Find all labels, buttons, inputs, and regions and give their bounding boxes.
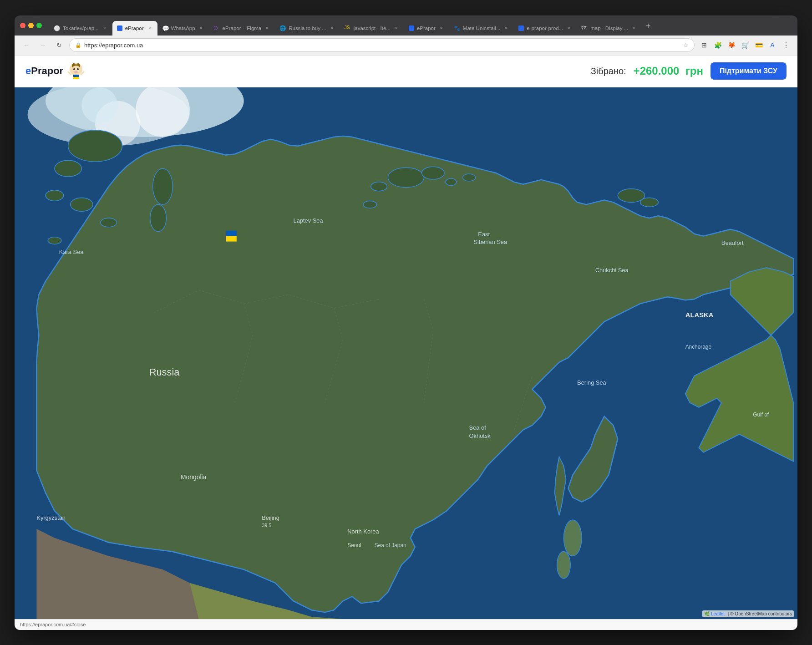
eprapor2-favicon-icon — [409, 25, 414, 31]
js-favicon-icon: JS — [345, 25, 351, 31]
tab-eprapor2[interactable]: ePrapor ✕ — [404, 21, 449, 36]
tab-close-icon[interactable]: ✕ — [264, 25, 270, 31]
tabs-area: ⚪ Tokariev/prap... ✕ ePrapor ✕ 💬 WhatsAp… — [49, 15, 792, 36]
tab-label: Russia to buy ... — [289, 25, 326, 31]
bookmark-icon[interactable]: ☆ — [683, 42, 689, 49]
svg-text:Russia: Russia — [149, 366, 180, 378]
svg-text:Sea of: Sea of — [469, 424, 487, 431]
svg-point-5 — [77, 68, 79, 70]
tab-close-icon[interactable]: ✕ — [631, 25, 637, 31]
tab-close-icon[interactable]: ✕ — [329, 25, 335, 31]
eprapor-prod-favicon-icon — [518, 25, 524, 31]
svg-point-31 — [446, 178, 457, 185]
logo-e: e — [25, 65, 31, 76]
svg-text:Chukchi Sea: Chukchi Sea — [595, 266, 629, 273]
mate-favicon-icon: 🐾 — [454, 25, 460, 31]
svg-point-17 — [563, 520, 582, 556]
svg-point-16 — [81, 87, 117, 123]
svg-rect-8 — [73, 77, 79, 79]
tab-russia-to-buy[interactable]: 🌐 Russia to buy ... ✕ — [275, 21, 340, 36]
map-svg: Kara Sea Laptev Sea East Siberian Sea Ch… — [15, 87, 797, 619]
tab-javascript[interactable]: JS javascript - Ite... ✕ — [340, 21, 404, 36]
map-container[interactable]: Kara Sea Laptev Sea East Siberian Sea Ch… — [15, 87, 797, 619]
tab-figma[interactable]: ⬡ ePrapor – Figma ✕ — [209, 21, 275, 36]
tab-label: Mate Uninstall... — [463, 25, 500, 31]
translate-icon[interactable]: A — [766, 39, 778, 51]
eprapor-favicon-icon — [117, 25, 122, 31]
address-bar[interactable]: 🔒 https://eprapor.com.ua ☆ — [69, 38, 695, 52]
settings-icon[interactable]: ⋮ — [780, 39, 792, 51]
new-tab-button[interactable]: + — [642, 20, 655, 33]
tab-label: javascript - Ite... — [354, 25, 391, 31]
back-button[interactable]: ← — [20, 39, 33, 51]
map-attribution: 🌿 Leaflet | © OpenStreetMap contributors — [702, 610, 794, 617]
collected-label: Зібрано: — [591, 66, 626, 76]
svg-point-30 — [363, 201, 377, 208]
tab-map-display[interactable]: 🗺 map - Display ... ✕ — [577, 21, 642, 36]
figma-icon: ⬡ — [213, 25, 220, 31]
svg-text:Gulf of: Gulf of — [753, 411, 769, 417]
traffic-lights — [20, 23, 42, 28]
svg-point-3 — [71, 66, 81, 75]
tab-close-icon[interactable]: ✕ — [438, 25, 445, 31]
browser-window: ⚪ Tokariev/prap... ✕ ePrapor ✕ 💬 WhatsAp… — [15, 15, 797, 630]
svg-text:Beijing: Beijing — [262, 514, 279, 521]
support-zsu-button[interactable]: Підтримати ЗСУ — [710, 62, 787, 80]
svg-point-24 — [48, 237, 61, 244]
svg-point-19 — [68, 130, 122, 162]
lock-icon: 🔒 — [75, 42, 81, 48]
minimize-button[interactable] — [28, 23, 34, 28]
refresh-button[interactable]: ↻ — [53, 39, 66, 51]
map-favicon-icon: 🗺 — [581, 25, 588, 31]
svg-point-33 — [618, 188, 645, 202]
svg-text:Beaufort: Beaufort — [721, 239, 744, 246]
svg-point-23 — [101, 218, 117, 227]
svg-text:Sea of Japan: Sea of Japan — [375, 542, 406, 548]
tab-close-icon[interactable]: ✕ — [198, 25, 204, 31]
extensions-icon[interactable]: 🧩 — [712, 39, 724, 51]
tab-tokariev[interactable]: ⚪ Tokariev/prap... ✕ — [49, 21, 112, 36]
svg-point-28 — [422, 167, 444, 179]
svg-point-4 — [73, 68, 75, 70]
collected-amount: +260.000 грн — [634, 65, 703, 77]
svg-text:Seoul: Seoul — [347, 542, 361, 548]
svg-text:39.5: 39.5 — [262, 523, 271, 528]
svg-text:Anchorage: Anchorage — [685, 344, 712, 350]
tab-close-icon[interactable]: ✕ — [102, 25, 108, 31]
tab-close-icon[interactable]: ✕ — [147, 25, 153, 31]
svg-text:Bering Sea: Bering Sea — [577, 379, 606, 386]
svg-rect-35 — [226, 230, 237, 236]
shopping-icon[interactable]: 🛒 — [739, 39, 751, 51]
close-button[interactable] — [20, 23, 25, 28]
svg-point-32 — [463, 174, 476, 181]
svg-rect-36 — [226, 236, 237, 241]
tab-mate[interactable]: 🐾 Mate Uninstall... ✕ — [449, 21, 514, 36]
forward-button[interactable]: → — [36, 39, 49, 51]
whatsapp-icon: 💬 — [162, 25, 168, 31]
svg-text:Kara Sea: Kara Sea — [59, 249, 84, 255]
tab-close-icon[interactable]: ✕ — [566, 25, 572, 31]
svg-point-6 — [74, 71, 78, 73]
profile-icon[interactable]: 🦊 — [726, 39, 737, 51]
tab-label: Tokariev/prap... — [63, 25, 99, 31]
title-bar: ⚪ Tokariev/prap... ✕ ePrapor ✕ 💬 WhatsAp… — [15, 15, 797, 36]
tab-groups-icon[interactable]: ⊞ — [698, 39, 710, 51]
github-icon: ⚪ — [54, 25, 60, 31]
tab-label: map - Display ... — [590, 25, 628, 31]
leaflet-link[interactable]: 🌿 Leaflet — [704, 611, 725, 616]
svg-point-29 — [371, 182, 387, 191]
svg-text:North Korea: North Korea — [347, 528, 379, 534]
tab-eprapor-prod[interactable]: e-prapor-prod... ✕ — [514, 21, 577, 36]
svg-text:ALASKA: ALASKA — [685, 311, 714, 318]
tab-eprapor[interactable]: ePrapor ✕ — [112, 21, 157, 36]
svg-point-25 — [153, 168, 173, 204]
tab-label: ePrapor – Figma — [223, 25, 262, 31]
wallet-icon[interactable]: 💳 — [753, 39, 765, 51]
mascot-icon — [65, 60, 87, 82]
svg-text:Mongolia: Mongolia — [181, 473, 206, 481]
svg-text:Kyrgyzstan: Kyrgyzstan — [36, 514, 66, 521]
tab-whatsapp[interactable]: 💬 WhatsApp ✕ — [157, 21, 209, 36]
tab-close-icon[interactable]: ✕ — [393, 25, 400, 31]
maximize-button[interactable] — [36, 23, 42, 28]
tab-close-icon[interactable]: ✕ — [503, 25, 509, 31]
